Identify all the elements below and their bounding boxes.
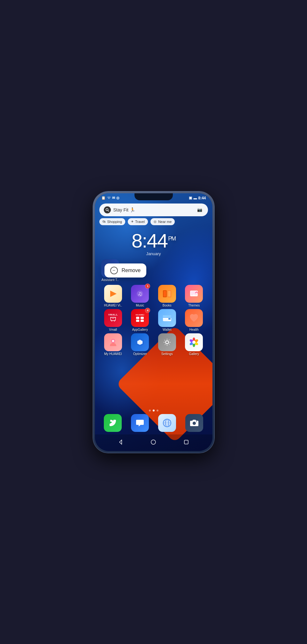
app-myhuawei[interactable]: My HUAWEI	[100, 333, 127, 356]
dock-browser[interactable]	[158, 414, 176, 432]
status-icons-left: 📋 ✉ ◎	[101, 196, 119, 200]
shopping-icon: 🛍	[103, 220, 106, 223]
app-optimizer[interactable]: Optimizer	[127, 333, 153, 356]
optimizer-icon	[131, 333, 149, 351]
travel-icon: ✈	[131, 220, 134, 223]
status-icons-right: ▣ ▬ 8:44	[189, 196, 206, 200]
near-me-icon: ◎	[154, 220, 157, 223]
status-time: 8:44	[198, 196, 206, 200]
health-label: Health	[189, 328, 199, 331]
optimizer-icon-wrap	[131, 333, 149, 351]
home-button[interactable]	[148, 436, 159, 448]
sd-card-icon: 📋	[101, 196, 106, 200]
search-icon	[104, 206, 111, 213]
svg-point-25	[112, 340, 114, 342]
gallery-icon-wrap	[185, 333, 203, 351]
svg-rect-45	[184, 440, 188, 444]
page-dot-2	[153, 410, 155, 411]
gallery-icon	[185, 333, 203, 351]
remove-label: Remove	[122, 268, 141, 273]
app-section: 💡 Assistant·T..	[95, 257, 212, 408]
gallery-label: Gallery	[189, 352, 199, 356]
health-icon	[185, 309, 203, 327]
svg-rect-16	[136, 317, 139, 319]
appgallery-label: AppGallery	[132, 328, 148, 331]
search-bar[interactable]: Stay Fit 🏃 📷	[99, 204, 208, 216]
themes-icon	[185, 285, 203, 303]
svg-rect-12	[168, 291, 171, 297]
app-settings[interactable]: Settings	[154, 333, 180, 356]
app-vmall[interactable]: VMALL Vmall	[100, 309, 127, 331]
filter-shopping[interactable]: 🛍 Shopping	[99, 218, 126, 225]
settings-icon	[158, 333, 176, 351]
app-gallery[interactable]: Gallery	[181, 333, 207, 356]
app-row-3: My HUAWEI	[100, 333, 207, 356]
svg-point-34	[192, 341, 196, 344]
settings-icon-wrap	[158, 333, 176, 351]
myhuawei-icon-wrap	[104, 333, 122, 351]
dock-phone[interactable]	[104, 414, 122, 432]
myhuawei-label: My HUAWEI	[104, 352, 122, 356]
wallet-icon-wrap	[158, 309, 176, 327]
recent-button[interactable]	[180, 436, 192, 448]
svg-rect-19	[141, 320, 144, 322]
app-music[interactable]: ♫ 1 Music	[127, 285, 153, 307]
music-badge: 1	[145, 284, 150, 289]
app-books[interactable]: Books	[154, 285, 180, 307]
svg-text:♫: ♫	[138, 291, 142, 297]
svg-point-42	[196, 421, 197, 422]
svg-point-0	[106, 208, 108, 211]
huawei-video-icon-wrap	[104, 285, 122, 303]
page-indicators	[95, 408, 212, 413]
filter-near-me[interactable]: ◎ Near me	[150, 218, 175, 225]
myhuawei-icon	[104, 333, 122, 351]
app-health[interactable]: Health	[181, 309, 207, 331]
messages-app-icon	[131, 414, 149, 432]
svg-marker-6	[110, 291, 117, 297]
themes-icon-wrap	[185, 285, 203, 303]
remove-icon: −	[110, 267, 118, 274]
nav-bar	[95, 434, 212, 451]
app-huawei-video[interactable]: HUAWEI Vi..	[100, 285, 127, 307]
app-appgallery[interactable]: HUAWEI 4	[127, 309, 153, 331]
wifi-icon	[107, 196, 111, 200]
books-icon	[158, 285, 176, 303]
themes-label: Themes	[188, 304, 200, 307]
quick-filters: 🛍 Shopping ✈ Travel ◎ Near me	[95, 218, 212, 228]
app-wallet[interactable]: Wallet	[154, 309, 180, 331]
phone-app-icon	[104, 414, 122, 432]
clock-widget: 8:44PM January	[95, 228, 212, 257]
phone-screen: 📋 ✉ ◎ ▣ ▬ 8:44	[95, 193, 212, 451]
camera-app-icon	[185, 414, 203, 432]
svg-point-27	[166, 341, 168, 343]
svg-rect-11	[164, 291, 166, 297]
app-themes[interactable]: Themes	[181, 285, 207, 307]
clock-time: 8:44PM	[95, 231, 212, 251]
appgallery-icon-wrap: HUAWEI 4	[131, 309, 149, 327]
clock-date: January	[95, 251, 212, 256]
svg-marker-43	[119, 440, 122, 444]
huawei-video-label: HUAWEI Vi..	[104, 304, 122, 307]
back-button[interactable]	[115, 436, 127, 448]
app-row-2: VMALL Vmall	[100, 309, 207, 331]
battery-icon: ▬	[193, 196, 197, 200]
svg-rect-18	[136, 320, 139, 322]
vmall-icon: VMALL	[104, 309, 122, 327]
vmall-icon-wrap: VMALL	[104, 309, 122, 327]
svg-point-44	[151, 440, 156, 444]
filter-near-me-label: Near me	[158, 220, 172, 224]
wallet-label: Wallet	[163, 328, 171, 331]
assistant-t-label: Assistant·T..	[102, 278, 119, 282]
svg-rect-23	[163, 315, 171, 317]
filter-shopping-label: Shopping	[107, 220, 122, 224]
camera-search-icon[interactable]: 📷	[196, 206, 203, 214]
dock-messages[interactable]	[131, 414, 149, 432]
gps-icon: ◎	[116, 196, 119, 200]
huawei-video-icon	[104, 285, 122, 303]
context-menu[interactable]: − Remove	[104, 263, 147, 278]
dock-camera[interactable]	[185, 414, 203, 432]
vmall-label: Vmall	[109, 328, 117, 331]
books-label: Books	[163, 304, 172, 307]
filter-travel[interactable]: ✈ Travel	[128, 218, 148, 225]
wallet-icon	[158, 309, 176, 327]
